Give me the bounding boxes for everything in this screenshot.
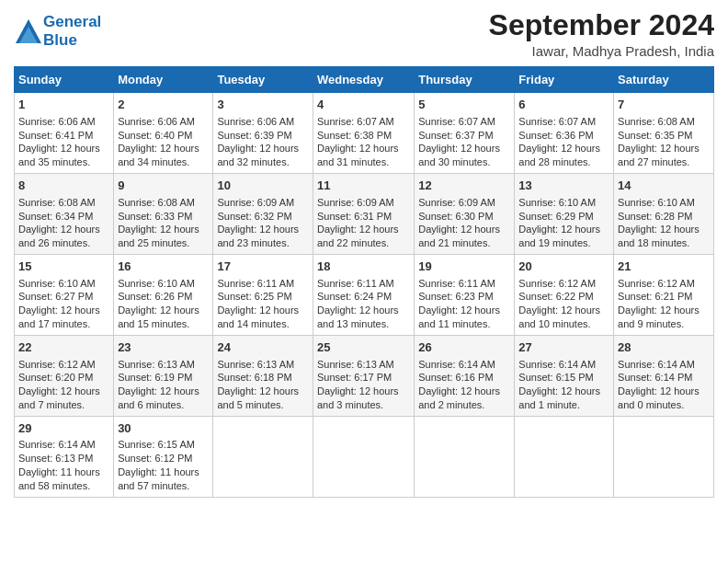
calendar-cell [415,416,515,497]
day-header-sunday: Sunday [15,67,114,93]
calendar-cell: 7Sunrise: 6:08 AMSunset: 6:35 PMDaylight… [614,93,714,174]
cell-line: Daylight: 12 hours [418,385,510,398]
cell-line: Sunrise: 6:15 AM [118,438,209,452]
cell-line: Sunset: 6:24 PM [317,290,410,304]
calendar-cell [614,416,714,497]
day-number: 20 [518,259,609,275]
day-number: 24 [217,339,309,356]
calendar-cell: 21Sunrise: 6:12 AMSunset: 6:21 PMDayligh… [614,255,714,336]
cell-line: Sunrise: 6:08 AM [18,196,109,210]
cell-line: Daylight: 12 hours [18,223,109,236]
week-row-3: 15Sunrise: 6:10 AMSunset: 6:27 PMDayligh… [15,255,714,336]
cell-line: Daylight: 12 hours [618,385,710,398]
cell-line: and 6 minutes. [118,398,209,412]
cell-line: Sunset: 6:19 PM [118,371,209,385]
cell-line: Sunset: 6:39 PM [217,129,309,143]
calendar-cell: 11Sunrise: 6:09 AMSunset: 6:31 PMDayligh… [313,174,414,255]
cell-line: Sunrise: 6:13 AM [317,358,410,372]
cell-line: Sunset: 6:23 PM [418,290,510,304]
calendar-cell: 24Sunrise: 6:13 AMSunset: 6:18 PMDayligh… [213,335,313,416]
day-number: 17 [217,259,309,275]
location: Iawar, Madhya Pradesh, India [489,43,714,59]
day-header-friday: Friday [515,67,614,93]
cell-line: Sunset: 6:18 PM [217,371,309,385]
calendar-cell: 5Sunrise: 6:07 AMSunset: 6:37 PMDaylight… [415,93,515,174]
calendar-cell: 6Sunrise: 6:07 AMSunset: 6:36 PMDaylight… [515,93,614,174]
day-number: 13 [518,178,609,194]
calendar-cell: 28Sunrise: 6:14 AMSunset: 6:14 PMDayligh… [614,335,714,416]
cell-line: Sunrise: 6:09 AM [418,196,510,210]
week-row-2: 8Sunrise: 6:08 AMSunset: 6:34 PMDaylight… [15,174,714,255]
day-number: 8 [18,178,109,194]
cell-line: and 31 minutes. [317,155,410,169]
cell-line: Sunset: 6:13 PM [18,452,109,465]
cell-line: Daylight: 12 hours [518,385,609,398]
cell-line: Sunrise: 6:07 AM [317,115,410,129]
cell-line: Sunrise: 6:14 AM [418,358,510,372]
week-row-1: 1Sunrise: 6:06 AMSunset: 6:41 PMDaylight… [15,93,714,174]
cell-line: Sunset: 6:25 PM [217,290,309,304]
cell-line: and 14 minutes. [217,317,309,331]
day-number: 23 [118,339,209,356]
calendar-cell: 27Sunrise: 6:14 AMSunset: 6:15 PMDayligh… [515,335,614,416]
cell-line: Sunrise: 6:07 AM [418,115,510,129]
cell-line: Daylight: 12 hours [618,223,710,236]
day-number: 27 [518,339,609,356]
calendar-cell: 17Sunrise: 6:11 AMSunset: 6:25 PMDayligh… [213,255,313,336]
cell-line: and 3 minutes. [317,398,410,412]
header-row: SundayMondayTuesdayWednesdayThursdayFrid… [15,67,714,93]
cell-line: Sunrise: 6:09 AM [217,196,309,210]
calendar-table: SundayMondayTuesdayWednesdayThursdayFrid… [14,66,714,498]
cell-line: Daylight: 12 hours [618,142,710,155]
cell-line: Sunset: 6:37 PM [418,129,510,143]
cell-line: Daylight: 12 hours [317,223,410,236]
cell-line: and 22 minutes. [317,236,410,250]
cell-line: and 1 minute. [518,398,609,412]
cell-line: Sunset: 6:31 PM [317,210,410,224]
day-number: 11 [317,178,410,194]
logo-icon [14,17,41,45]
cell-line: Daylight: 12 hours [217,385,309,398]
day-number: 12 [418,178,510,194]
cell-line: and 34 minutes. [118,155,209,169]
cell-line: Daylight: 12 hours [618,304,710,317]
calendar-cell: 3Sunrise: 6:06 AMSunset: 6:39 PMDaylight… [213,93,313,174]
day-number: 6 [518,97,609,113]
cell-line: and 23 minutes. [217,236,309,250]
calendar-cell: 13Sunrise: 6:10 AMSunset: 6:29 PMDayligh… [515,174,614,255]
day-number: 7 [618,97,710,113]
cell-line: Sunset: 6:28 PM [618,210,710,224]
calendar-cell [313,416,414,497]
cell-line: Daylight: 12 hours [217,223,309,236]
cell-line: Sunrise: 6:10 AM [18,277,109,291]
cell-line: Daylight: 12 hours [118,304,209,317]
day-number: 22 [18,339,109,356]
cell-line: Sunset: 6:27 PM [18,290,109,304]
cell-line: Sunset: 6:32 PM [217,210,309,224]
calendar-cell: 15Sunrise: 6:10 AMSunset: 6:27 PMDayligh… [15,255,114,336]
calendar-cell: 1Sunrise: 6:06 AMSunset: 6:41 PMDaylight… [15,93,114,174]
cell-line: Daylight: 12 hours [317,142,410,155]
cell-line: Daylight: 12 hours [418,223,510,236]
cell-line: Sunrise: 6:07 AM [518,115,609,129]
day-number: 25 [317,339,410,356]
cell-line: Sunset: 6:16 PM [418,371,510,385]
day-number: 3 [217,97,309,113]
cell-line: and 58 minutes. [18,479,109,493]
day-number: 9 [118,178,209,194]
cell-line: and 17 minutes. [18,317,109,331]
cell-line: Sunrise: 6:12 AM [18,358,109,372]
cell-line: Sunrise: 6:06 AM [217,115,309,129]
cell-line: Daylight: 12 hours [18,142,109,155]
cell-line: and 19 minutes. [518,236,609,250]
week-row-4: 22Sunrise: 6:12 AMSunset: 6:20 PMDayligh… [15,335,714,416]
calendar-cell: 29Sunrise: 6:14 AMSunset: 6:13 PMDayligh… [15,416,114,497]
title-block: September 2024 Iawar, Madhya Pradesh, In… [489,9,714,59]
cell-line: and 5 minutes. [217,398,309,412]
page: General Blue September 2024 Iawar, Madhy… [0,0,728,563]
cell-line: Sunset: 6:14 PM [618,371,710,385]
cell-line: Sunrise: 6:14 AM [18,438,109,452]
cell-line: Daylight: 12 hours [418,142,510,155]
day-number: 16 [118,259,209,275]
day-number: 4 [317,97,410,113]
